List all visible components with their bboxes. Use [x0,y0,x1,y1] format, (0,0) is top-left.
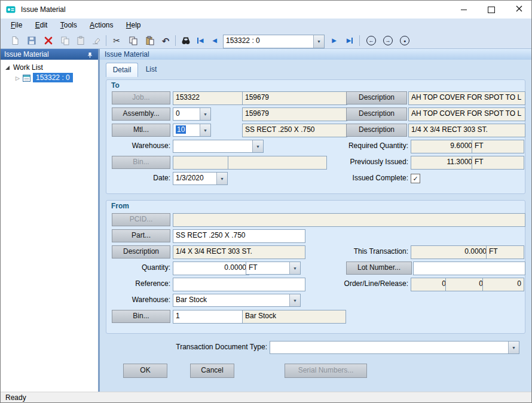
chevron-down-icon[interactable]: ▼ [508,342,519,353]
tree-root-worklist[interactable]: Work List [13,62,43,73]
find-button[interactable] [179,34,193,47]
status-text: Ready [5,393,26,402]
lot-number-button[interactable]: Lot Number... [346,262,412,275]
chevron-down-icon[interactable]: ▼ [289,294,300,306]
chevron-down-icon[interactable]: ▼ [200,124,210,136]
form-icon [23,74,30,84]
minimize-icon [461,10,467,10]
quantity-label: Quantity: [112,262,170,273]
close-button[interactable] [505,1,532,19]
menu-item-help[interactable]: Help [121,19,146,32]
save-button[interactable] [25,34,39,47]
eraser-icon [91,36,101,45]
ok-button[interactable]: OK [123,364,167,378]
back-button[interactable]: ← [364,34,378,47]
menu-item-edit[interactable]: Edit [30,19,53,32]
order-line-release-label: Order/Line/Release: [321,278,408,290]
assembly-button[interactable]: Assembly... [112,107,170,121]
cancel-button[interactable]: Cancel [190,364,234,378]
tree-collapse-icon[interactable]: ▷ [16,73,20,84]
description-button-assembly[interactable]: Description [346,107,407,121]
description-button-from[interactable]: Description [112,245,170,259]
forward-button[interactable]: → [381,34,395,47]
chevron-down-icon[interactable]: ▼ [200,108,210,120]
first-record-icon: ◀ [197,38,204,44]
next-record-button[interactable]: ▶ [327,34,341,47]
toolbar-separator [175,35,176,46]
minimize-button[interactable] [450,1,478,19]
menu-item-actions[interactable]: Actions [84,19,118,32]
lot-number-input[interactable] [413,262,525,275]
chevron-down-icon[interactable]: ▼ [313,35,324,48]
forward-icon: → [383,36,393,45]
quantity-input[interactable]: 0.0000 [173,262,249,275]
from-warehouse-combobox[interactable]: Bar Stock ▼ [173,294,301,307]
stop-button[interactable]: ● [398,34,412,47]
chevron-down-icon[interactable]: ▼ [252,140,263,152]
tab-detail[interactable]: Detail [106,63,138,77]
pcid-button: PCID... [112,213,170,226]
mtl-part-input: SS RECT .250 X .750 [242,124,347,137]
date-combobox[interactable]: 1/3/2020 ▼ [173,172,228,185]
assembly-value: 0 [176,109,200,119]
mtl-button[interactable]: Mtl... [112,124,170,137]
bin-button-from[interactable]: Bin... [112,310,170,323]
part-input[interactable]: SS RECT .250 X .750 [173,229,305,243]
previously-issued-input: 11.3000 [411,156,475,170]
first-record-button[interactable]: ◀ [193,34,207,47]
paste-button[interactable] [143,34,157,47]
transaction-document-type-combobox[interactable]: ▼ [270,341,519,354]
tree-item-153322[interactable]: 153322 : 0 [33,73,73,82]
maximize-icon [488,7,495,13]
delete-icon [44,36,53,45]
order-input: 0 [411,278,449,291]
from-warehouse-value: Bar Stock [176,295,289,305]
chevron-down-icon[interactable]: ▼ [216,173,227,184]
reference-label: Reference: [112,278,170,290]
chevron-down-icon[interactable]: ▼ [289,262,300,274]
record-combobox-value: 153322 : 0 [226,36,313,46]
assembly-combobox[interactable]: 0 ▼ [173,107,211,121]
undo-button[interactable]: ↶ [158,34,173,47]
this-transaction-input: 0.0000 [411,245,490,259]
left-panel-header: Issue Material [1,49,98,60]
delete-button[interactable] [41,34,56,47]
job-ref-input: 159679 [242,91,347,105]
from-bin-input[interactable]: 1 [173,310,246,324]
quantity-um-combobox[interactable]: FT ▼ [246,262,301,275]
stop-icon: ● [400,36,409,45]
clipboard-icon [76,36,85,45]
to-bin-input [173,156,231,170]
issued-complete-checkbox[interactable]: ✓ [411,174,420,183]
bin-button-to: Bin... [112,156,170,169]
required-quantity-um-input: FT [472,140,524,153]
previous-record-button[interactable]: ◀ [207,34,222,47]
menu-item-tools[interactable]: Tools [55,19,82,32]
description-button-job[interactable]: Description [346,91,407,104]
tab-list[interactable]: List [139,63,163,76]
reference-input[interactable] [173,278,305,291]
cut-button[interactable]: ✂ [109,34,124,47]
to-warehouse-combobox[interactable]: ▼ [173,140,264,153]
binoculars-icon [181,36,191,45]
copy-button[interactable] [126,34,140,47]
assembly-ref-input: 159679 [242,107,347,121]
serial-numbers-button: Serial Numbers... [285,364,367,378]
paste-icon [145,36,155,45]
from-description-input: 1/4 X 3/4 RECT 303 ST. [173,245,305,259]
main-panel-title: Issue Material [105,50,149,59]
next-record-icon: ▶ [332,38,337,44]
last-record-button[interactable]: ▶ [343,34,357,47]
menu-item-file[interactable]: File [5,19,27,32]
previously-issued-label: Previously Issued: [323,156,408,168]
maximize-button[interactable] [478,1,505,19]
mtl-combobox[interactable]: 10 ▼ [173,124,211,137]
record-combobox[interactable]: 153322 : 0 ▼ [223,35,325,48]
description-button-mtl[interactable]: Description [346,124,407,137]
tree-expander-icon[interactable] [5,66,10,70]
part-button[interactable]: Part... [112,229,170,242]
mtl-value-selected: 10 [176,125,186,134]
new-button [8,34,22,47]
previously-issued-um-input: FT [472,156,524,170]
line-input: 0 [445,278,486,291]
